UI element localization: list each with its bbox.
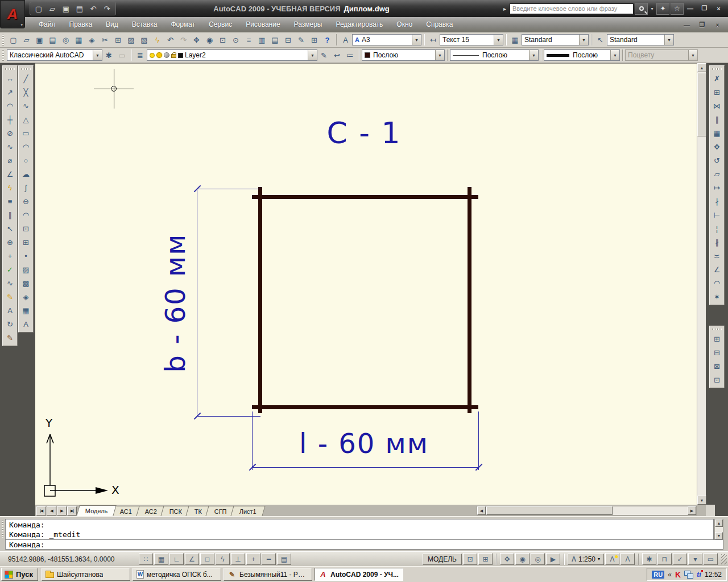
tab-list1[interactable]: Лист1: [230, 506, 265, 516]
zoom-window-icon[interactable]: ⊡: [216, 34, 229, 47]
layer-previous-icon[interactable]: ↩: [330, 49, 344, 62]
plot-icon[interactable]: ▤: [46, 34, 59, 47]
scroll-up-icon[interactable]: ▲: [697, 63, 706, 72]
hatch-icon[interactable]: ▨: [19, 263, 32, 276]
menu-item[interactable]: Вид: [99, 17, 125, 32]
tray-clock[interactable]: 12:52: [705, 571, 722, 579]
osnap-toggle[interactable]: □: [200, 553, 214, 565]
toolbar-grip[interactable]: [2, 50, 4, 61]
zoom-realtime-icon[interactable]: ◉: [203, 34, 216, 47]
grid-toggle[interactable]: ▦: [154, 553, 168, 565]
quick-dimension-icon[interactable]: ϟ: [3, 181, 16, 194]
combo-arrow-icon[interactable]: ▼: [664, 35, 673, 45]
qp-toggle[interactable]: ▤: [277, 553, 291, 565]
region-icon[interactable]: ◈: [19, 290, 32, 304]
publish-icon[interactable]: ▦: [72, 34, 85, 47]
copy-object-icon[interactable]: ⊞: [710, 85, 723, 99]
construction-line-icon[interactable]: ╳: [19, 85, 32, 99]
make-block-icon[interactable]: ⊞: [19, 235, 32, 249]
kaspersky-icon[interactable]: K: [675, 570, 681, 579]
steering-wheel-icon[interactable]: ◎: [531, 553, 545, 565]
dim-continue-icon[interactable]: ∥: [3, 208, 16, 222]
redo-icon[interactable]: ↷: [102, 5, 112, 13]
polar-toggle[interactable]: ∠: [185, 553, 199, 565]
properties-icon[interactable]: ≡: [242, 34, 255, 47]
clean-screen-dropdown-icon[interactable]: ▾: [688, 553, 702, 565]
search-dropdown-icon[interactable]: ▾: [649, 3, 655, 15]
point-icon[interactable]: •: [19, 249, 32, 263]
move-icon[interactable]: ✥: [710, 140, 723, 153]
break-icon[interactable]: ∦: [710, 235, 723, 249]
tab-next-icon[interactable]: ▶: [57, 506, 67, 516]
dim-update-icon[interactable]: ↻: [3, 317, 16, 331]
layer-on-icon[interactable]: [150, 53, 155, 58]
mirror-icon[interactable]: ⋈: [710, 99, 723, 113]
lineweight-select[interactable]: Послою ▼: [544, 49, 620, 61]
dim-ordinate-icon[interactable]: ┼: [3, 113, 16, 126]
dyn-toggle[interactable]: +: [246, 553, 260, 565]
open-icon[interactable]: ▱: [47, 5, 57, 13]
erase-icon[interactable]: ✗: [710, 72, 723, 85]
designcenter-icon[interactable]: ▥: [255, 34, 268, 47]
spline-icon[interactable]: ∫: [19, 181, 32, 194]
extend-icon[interactable]: ⊢: [710, 208, 723, 222]
combo-arrow-icon[interactable]: ▼: [529, 50, 538, 60]
table-style-select[interactable]: Standard ▼: [522, 34, 589, 45]
command-window[interactable]: Команда:Команда: _mtedit ▲ ▼ Команда:: [0, 516, 728, 551]
combo-arrow-icon[interactable]: ▼: [494, 35, 503, 45]
redo-icon[interactable]: ↷: [177, 34, 190, 47]
zoom-icon[interactable]: ◉: [515, 553, 530, 565]
combo-arrow-icon[interactable]: ▼: [93, 50, 102, 60]
menu-item[interactable]: Размеры: [287, 17, 329, 32]
layer-vp-freeze-icon[interactable]: [164, 52, 169, 58]
tolerance-icon[interactable]: ⊕: [3, 235, 16, 249]
close-icon[interactable]: ×: [713, 3, 725, 13]
dim-diameter-icon[interactable]: ⌀: [3, 153, 16, 167]
doc-restore-icon[interactable]: ❐: [696, 20, 708, 30]
dim-ext-top[interactable]: [197, 189, 260, 189]
communication-center-icon[interactable]: ✦: [656, 3, 669, 15]
help-icon[interactable]: ?: [321, 34, 334, 47]
tray-collapse-icon[interactable]: «: [668, 571, 672, 579]
task-autocad[interactable]: A AutoCAD 2009 - УЧ...: [315, 568, 403, 581]
annotation-scale-button[interactable]: Λ 1:250 ▾: [568, 554, 604, 565]
application-menu-button[interactable]: A ▾: [0, 0, 25, 28]
toolbar-lock-icon[interactable]: ⊓: [657, 553, 672, 565]
sheet-set-manager-icon[interactable]: ⊟: [282, 34, 295, 47]
toolbar-grip[interactable]: [21, 68, 31, 70]
color-select[interactable]: Послою ▼: [362, 49, 445, 61]
command-input-line[interactable]: Команда:: [5, 539, 723, 550]
dim-angular-icon[interactable]: ∠: [3, 167, 16, 181]
vertical-scrollbar[interactable]: ▲ ▼: [697, 63, 706, 505]
square-top-line[interactable]: [252, 195, 478, 199]
menu-item[interactable]: Правка: [63, 17, 100, 32]
ellipse-icon[interactable]: ⊖: [19, 194, 32, 208]
tab-last-icon[interactable]: ▶|: [67, 506, 77, 516]
showmotion-icon[interactable]: ▶: [546, 553, 560, 565]
dim-inspect-icon[interactable]: ✓: [3, 263, 16, 276]
restore-icon[interactable]: ❐: [698, 3, 710, 13]
task-paint-bezymyanny[interactable]: ✎ Безымянный11 - Paint: [224, 568, 312, 581]
center-mark-icon[interactable]: +: [3, 249, 16, 263]
menu-item[interactable]: Сервис: [202, 17, 239, 32]
search-icon[interactable]: [635, 3, 648, 15]
dim-line-vertical[interactable]: [197, 189, 197, 417]
text-style-select[interactable]: А А3 ▼: [352, 34, 421, 45]
undo-icon[interactable]: ↶: [164, 34, 177, 47]
dim-text-edit-icon[interactable]: A: [3, 304, 16, 317]
layer-states-icon[interactable]: ≔: [344, 49, 357, 62]
linetype-select[interactable]: Послою ▼: [450, 49, 539, 61]
dim-aligned-icon[interactable]: ↗: [3, 85, 16, 99]
combo-arrow-icon[interactable]: ▼: [435, 50, 444, 60]
quick-leader-icon[interactable]: ↖: [3, 222, 16, 235]
toolbar-grip[interactable]: [712, 68, 722, 70]
undo-icon[interactable]: ↶: [88, 5, 98, 13]
rectangle-icon[interactable]: ▭: [19, 126, 32, 140]
horizontal-scroll-thumb[interactable]: [486, 506, 613, 515]
network-icon[interactable]: [684, 571, 693, 578]
bring-to-front-icon[interactable]: ⊞: [710, 332, 723, 346]
doc-close-icon[interactable]: ×: [712, 20, 723, 30]
3d-dwf-icon[interactable]: ◈: [85, 34, 98, 47]
clean-screen-icon[interactable]: ✓: [673, 553, 687, 565]
tool-palettes-icon[interactable]: ▤: [268, 34, 282, 47]
